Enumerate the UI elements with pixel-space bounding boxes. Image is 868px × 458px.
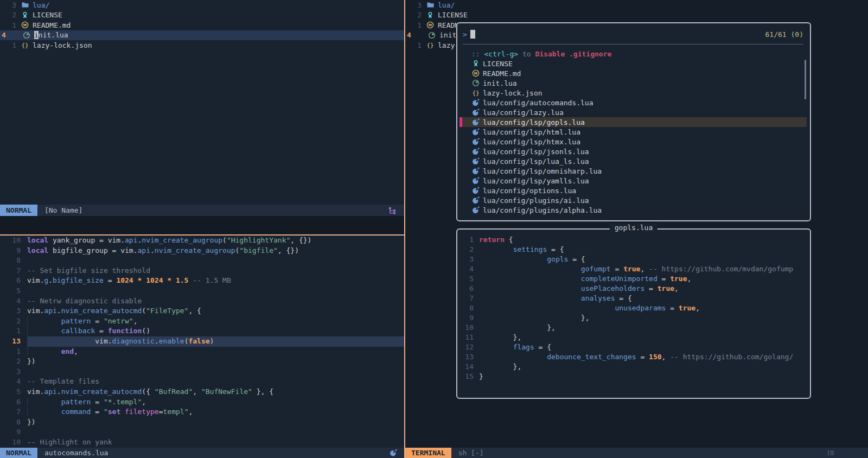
result-file-name: lua/config/lsp/htmx.lua [483, 138, 580, 146]
code-line[interactable]: 4-- Netrw diagnostic disable [0, 296, 404, 307]
result-item[interactable]: lua/config/lsp/lua_ls.lua [459, 156, 807, 166]
line-number: 1 [0, 326, 21, 336]
code-line[interactable]: 7-- Set bigfile size threshold [0, 266, 404, 276]
preview-line: 15} [457, 372, 810, 381]
result-item[interactable]: lua/config/lsp/jsonls.lua [459, 147, 807, 156]
svg-text:{}: {} [21, 42, 28, 49]
line-number: 1 [0, 41, 16, 49]
result-item[interactable]: lua/config/lsp/gopls.lua [459, 117, 807, 127]
code-line[interactable]: 4-- Template files [0, 377, 404, 387]
lua-ring-icon [22, 31, 31, 39]
result-file-name: lua/config/lazy.lua [483, 109, 564, 117]
fzf-prompt-row[interactable]: > 61/61 (0) [463, 29, 803, 39]
code-line[interactable]: 3vim.api.nvim_create_autocmd("FileType",… [0, 306, 404, 316]
markdown-icon [21, 21, 29, 29]
mode-indicator: NORMAL [0, 205, 37, 216]
code-text: } [479, 372, 810, 381]
line-number: 3 [0, 306, 21, 316]
preview-line: 9 }, [457, 313, 810, 323]
result-item[interactable]: lua/config/autocomands.lua [459, 98, 807, 107]
line-number: 9 [0, 427, 21, 437]
result-item[interactable]: lua/config/plugins/ai.lua [459, 195, 807, 205]
code-text: -- Set bigfile size threshold [27, 266, 404, 276]
result-item[interactable]: lua/config/lazy.lua [459, 107, 807, 117]
line-number: 4 [405, 31, 423, 39]
code-text: }, [479, 362, 810, 372]
code-text: ▏ callback = function() [27, 326, 404, 336]
code-line[interactable]: 9local bigfile_group = vim.api.nvim_crea… [0, 246, 404, 256]
file-row[interactable]: 3lua/ [405, 0, 868, 10]
code-line[interactable]: 1▏ callback = function() [0, 326, 404, 336]
result-item[interactable]: {}lazy-lock.json [459, 88, 807, 98]
code-text: usePlaceholders = true, [479, 284, 810, 294]
result-file-name: README.md [483, 69, 521, 78]
line-number: 2 [0, 11, 16, 19]
code-line[interactable]: 3 [0, 367, 404, 377]
result-item[interactable]: lua/config/options.lua [459, 186, 807, 195]
result-item[interactable]: LICENSE [459, 59, 807, 68]
result-item[interactable]: README.md [459, 68, 807, 78]
code-text: }, [479, 333, 810, 342]
code-text: }) [27, 357, 404, 367]
line-number: 2 [405, 11, 422, 19]
code-editor-autocomands[interactable]: 10local yank_group = vim.api.nvim_create… [0, 236, 404, 448]
preview-line: 2 settings = { [457, 245, 810, 255]
result-file-name: lua/config/plugins/ai.lua [483, 196, 589, 205]
file-row[interactable]: 4init.lua [0, 30, 404, 41]
code-line[interactable]: 2▏ pattern = "netrw", [0, 316, 404, 327]
result-item[interactable]: lua/config/lsp/omnisharp.lua [459, 166, 807, 176]
code-text: vim.g.bigfile_size = 1024 * 1024 * 1.5 -… [27, 276, 404, 286]
line-number: 2 [0, 357, 21, 367]
code-line[interactable]: 6vim.g.bigfile_size = 1024 * 1024 * 1.5 … [0, 276, 404, 286]
line-number: 5 [0, 387, 21, 397]
result-item[interactable]: lua/config/lsp/htmx.lua [459, 137, 807, 147]
line-number: 1 [0, 21, 16, 29]
code-line[interactable]: 8}) [0, 417, 404, 428]
line-number: 4 [0, 31, 18, 39]
preview-line: 5 completeUnimported = true, [457, 274, 810, 284]
line-number: 7 [0, 407, 21, 417]
result-item[interactable]: lua/config/lsp/html.lua [459, 127, 807, 137]
license-icon [426, 11, 435, 19]
code-text [27, 256, 404, 266]
line-number: 3 [0, 367, 21, 377]
code-line[interactable]: 13 vim.diagnostic.enable(false) [0, 336, 404, 347]
mode-indicator: TERMINAL [405, 448, 451, 458]
code-text: settings = { [479, 245, 810, 255]
code-line[interactable]: 8 [0, 256, 404, 266]
line-number: 12 [463, 342, 474, 352]
line-number: 8 [0, 256, 21, 266]
file-row[interactable]: 3lua/ [0, 0, 404, 10]
file-row[interactable]: 1{}lazy-lock.json [0, 40, 404, 50]
file-row[interactable]: 2LICENSE [0, 10, 404, 21]
result-item[interactable]: init.lua [459, 78, 807, 88]
code-line[interactable]: 5vim.api.nvim_create_autocmd({ "BufRead"… [0, 387, 404, 397]
lua-icon [471, 109, 480, 117]
lua-icon [471, 177, 480, 185]
file-name: init.lua [34, 31, 68, 39]
line-number: 10 [0, 236, 21, 246]
file-row[interactable]: 2LICENSE [405, 10, 868, 21]
file-row[interactable]: 1README.md [0, 20, 404, 30]
code-line[interactable]: 7▏ command = "set filetype=templ", [0, 407, 404, 417]
code-line[interactable]: 10-- Highlight on yank [0, 437, 404, 448]
lua-icon [471, 99, 480, 107]
code-line[interactable]: 9 [0, 427, 404, 437]
line-number: 2 [463, 245, 474, 255]
code-line[interactable]: 2}) [0, 357, 404, 367]
code-line[interactable]: 10local yank_group = vim.api.nvim_create… [0, 236, 404, 246]
preview-line: 12 flags = { [457, 342, 810, 352]
svg-text:{}: {} [472, 90, 479, 97]
line-number: 1 [0, 347, 21, 357]
info-segment: Disable .gitignore [535, 50, 611, 58]
code-line[interactable]: 1▏ end, [0, 347, 404, 357]
result-item[interactable]: lua/config/plugins/alpha.lua [459, 205, 807, 215]
file-explorer-left: 3lua/2LICENSE1README.md4init.lua1{}lazy-… [0, 0, 404, 205]
result-item[interactable]: lua/config/lsp/yamlls.lua [459, 176, 807, 186]
result-file-name: lua/config/plugins/alpha.lua [483, 206, 602, 214]
code-text: gopls = { [479, 255, 810, 264]
results-scrollbar[interactable] [805, 60, 806, 99]
code-line[interactable]: 6▏ pattern = "*.templ", [0, 397, 404, 408]
code-line[interactable]: 5 [0, 286, 404, 296]
result-file-name: lua/config/autocomands.lua [483, 99, 593, 107]
